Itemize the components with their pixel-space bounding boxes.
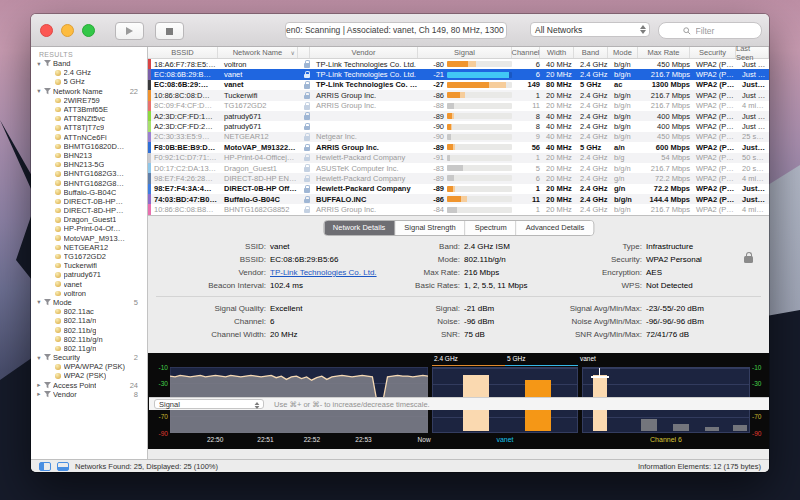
- sidebar-item-wpa2-psk-[interactable]: WPA2 (PSK): [31, 371, 147, 380]
- sidebar-item-tg1672gd2[interactable]: TG1672GD2: [31, 252, 147, 261]
- column-header-sec[interactable]: Security: [690, 47, 736, 58]
- sidebar-group-security[interactable]: ▾Security2: [31, 353, 147, 362]
- scan-play-button[interactable]: [115, 22, 144, 40]
- tab-spectrum[interactable]: Spectrum: [466, 221, 517, 235]
- table-row[interactable]: D0:17:C2:DA:13…Dragon_Guest1ASUSTeK Comp…: [148, 163, 769, 173]
- sidebar-group-mode[interactable]: ▾Mode5: [31, 298, 147, 307]
- sidebar-item-direct-8d-hp-[interactable]: DIRECT-8D-HP…: [31, 206, 147, 215]
- sidebar-group-network-name[interactable]: ▾Network Name22: [31, 87, 147, 96]
- cell-mode: b/g/n: [611, 122, 641, 131]
- sidebar-item-2-4-ghz[interactable]: 2.4 GHz: [31, 68, 147, 77]
- y-tick-label: -30: [752, 380, 769, 387]
- sidebar-item-dragon-guest1[interactable]: Dragon_Guest1: [31, 215, 147, 224]
- table-row[interactable]: 18:A6:F7:78:E5:…voltronTP-Link Technolog…: [148, 59, 769, 69]
- sidebar-item-patrudy671[interactable]: patrudy671: [31, 270, 147, 279]
- table-row[interactable]: 98:E7:F4:3A:4…DIRECT-0B-HP OfficeJet…Hew…: [148, 184, 769, 194]
- cell-security: WPA2 (PSK): [693, 122, 739, 131]
- signal-bar: [447, 113, 512, 119]
- table-row[interactable]: 8C:09:F4:CF:D…TG1672GD2ARRIS Group Inc.-…: [148, 101, 769, 111]
- sidebar-item-bhn213[interactable]: BHN213: [31, 151, 147, 160]
- disclosure-triangle-icon[interactable]: ▾: [36, 87, 42, 95]
- sidebar-item-802-11g-n[interactable]: 802.11g/n: [31, 344, 147, 353]
- column-header-bssid[interactable]: BSSID: [148, 47, 218, 58]
- table-row[interactable]: 10:86:8C:08:D…TuckerwifiARRIS Group Inc.…: [148, 90, 769, 100]
- sidebar-item-label: 802.11b/g/n: [64, 335, 103, 344]
- sidebar-item-802-11b-g-n[interactable]: 802.11b/g/n: [31, 335, 147, 344]
- sidebar-item-tuckerwifi[interactable]: Tuckerwifi: [31, 261, 147, 270]
- sidebar-item-att8tjt7c9[interactable]: ATT8TjT7c9: [31, 123, 147, 132]
- sidebar-item-2wire759[interactable]: 2WIRE759: [31, 96, 147, 105]
- column-header-w[interactable]: Width: [540, 47, 574, 58]
- details-value[interactable]: TP-Link Technologies Co. Ltd.: [270, 268, 377, 277]
- zoom-button[interactable]: [82, 24, 95, 37]
- table-row[interactable]: 74:03:BD:47:B0…Buffalo-G-B04CBUFFALO.INC…: [148, 194, 769, 204]
- scan-stop-button[interactable]: [155, 22, 184, 40]
- table-row[interactable]: F8:0B:BE:B9:D…MotoVAP_M913225A0HY8ARRIS …: [148, 142, 769, 152]
- tab-network-details[interactable]: Network Details: [324, 221, 396, 235]
- filter-search-field[interactable]: [658, 22, 762, 39]
- y-tick-label: -90: [752, 430, 769, 437]
- table-row[interactable]: EC:08:6B:29:B…vanetTP-Link Technologies …: [148, 69, 769, 79]
- table-row[interactable]: EC:08:6B:29:…vanetTP-Link Technologies C…: [148, 80, 769, 90]
- sidebar-item-bhntg1682g8-[interactable]: BHNTG1682G8…: [31, 178, 147, 187]
- network-dot-icon: [55, 199, 61, 205]
- disclosure-triangle-icon[interactable]: ▾: [36, 60, 42, 68]
- sidebar-item-voltron[interactable]: voltron: [31, 289, 147, 298]
- sidebar-item-att3bmf65e[interactable]: ATT3Bmf65E: [31, 105, 147, 114]
- sidebar-item-attnnce6fi[interactable]: ATTnNCe6Fi: [31, 133, 147, 142]
- disclosure-triangle-icon[interactable]: ▸: [36, 390, 42, 398]
- sidebar-item-netgear12[interactable]: NETGEAR12: [31, 243, 147, 252]
- tab-signal-strength[interactable]: Signal Strength: [395, 221, 465, 235]
- sidebar-item-bhntg1682g3-[interactable]: BHNTG1682G3…: [31, 169, 147, 178]
- sidebar-item-802-11a-n[interactable]: 802.11a/n: [31, 316, 147, 325]
- table-row[interactable]: A2:3D:CF:FD:1…patrudy671-89840 MHz2.4 GH…: [148, 111, 769, 121]
- sidebar-group-vendor[interactable]: ▸Vendor8: [31, 390, 147, 399]
- sidebar-group-band[interactable]: ▾Band: [31, 59, 147, 68]
- column-header-signal[interactable]: Signal: [418, 47, 512, 58]
- cell-security: WPA2 (PSK): [693, 174, 739, 183]
- sidebar-item-bhn213-5g[interactable]: BHN213-5G: [31, 160, 147, 169]
- tab-advanced-details[interactable]: Advanced Details: [517, 221, 593, 235]
- sidebar-item-buffalo-g-b04c[interactable]: Buffalo-G-B04C: [31, 188, 147, 197]
- sidebar-item-motovap-m913-[interactable]: MotoVAP_M913…: [31, 234, 147, 243]
- close-button[interactable]: [40, 24, 53, 37]
- column-header-name[interactable]: Network Name∨: [218, 47, 298, 58]
- minimize-button[interactable]: [61, 24, 74, 37]
- column-header-rate[interactable]: Max Rate: [638, 47, 690, 58]
- disclosure-triangle-icon[interactable]: ▾: [36, 298, 42, 306]
- table-row[interactable]: F0:92:1C:D7:71:…HP-Print-04-Officejet 46…: [148, 153, 769, 163]
- filter-input[interactable]: [694, 25, 738, 37]
- column-header-mode[interactable]: Mode: [608, 47, 638, 58]
- cell-bssid: 8C:09:F4:CF:D…: [151, 101, 221, 110]
- sidebar-item-vanet[interactable]: vanet: [31, 280, 147, 289]
- column-header-vendor[interactable]: Vendor: [310, 47, 418, 58]
- toggle-bottom-panel-icon[interactable]: [57, 462, 69, 471]
- network-dot-icon: [55, 272, 61, 278]
- disclosure-triangle-icon[interactable]: ▾: [36, 354, 42, 362]
- sidebar-item-direct-0b-hp-[interactable]: DIRECT-0B-HP…: [31, 197, 147, 206]
- cell-band: 2.4 GHz: [577, 164, 611, 173]
- sidebar-item-hp-print-04-of-[interactable]: HP-Print-04-Of…: [31, 224, 147, 233]
- network-scope-select[interactable]: All Networks: [530, 22, 650, 37]
- sidebar-item-att8nzt5vc[interactable]: ATT8NZt5vc: [31, 114, 147, 123]
- column-header-seen[interactable]: Last Seen: [736, 47, 769, 58]
- table-row[interactable]: 2C:30:33:E5:9…NETGEAR12Netgear Inc.-9094…: [148, 132, 769, 142]
- table-row[interactable]: 98:E7:F4:26:28…DIRECT-8D-HP ENVY 451…Hew…: [148, 173, 769, 183]
- sidebar-item-bhmtg16820d-[interactable]: BHMTG16820D…: [31, 142, 147, 151]
- table-row[interactable]: 10:86:8C:08:B8…BHNTG1682G8852ARRIS Group…: [148, 204, 769, 214]
- column-header-band[interactable]: Band: [574, 47, 608, 58]
- cell-security: WPA2 (PSK): [693, 184, 739, 193]
- sidebar-item-802-11b-g[interactable]: 802.11b/g: [31, 325, 147, 334]
- graph-series-select[interactable]: Signal: [154, 399, 264, 409]
- toggle-sidebar-icon[interactable]: [39, 462, 51, 471]
- disclosure-triangle-icon[interactable]: ▸: [36, 381, 42, 389]
- cell-lock: [301, 92, 313, 100]
- cell-last-seen: 20 sec…: [739, 164, 769, 173]
- sidebar-item-wpa-wpa2-psk-[interactable]: WPA/WPA2 (PSK): [31, 362, 147, 371]
- sidebar-group-access-point[interactable]: ▸Access Point24: [31, 381, 147, 390]
- table-row[interactable]: A2:3D:CF:FD:2…patrudy671-90840 MHz2.4 GH…: [148, 121, 769, 131]
- sidebar-item-5-ghz[interactable]: 5 GHz: [31, 77, 147, 86]
- sidebar-item-802-11ac[interactable]: 802.11ac: [31, 307, 147, 316]
- sort-indicator-icon: ∨: [291, 49, 295, 56]
- column-header-ch[interactable]: Channel: [512, 47, 540, 58]
